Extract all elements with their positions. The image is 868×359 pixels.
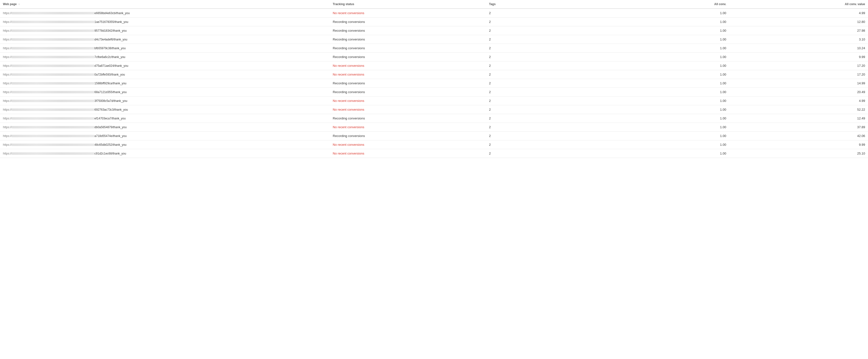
url-prefix-5: https:// bbox=[3, 55, 12, 59]
tags-cell-8: 2 bbox=[486, 79, 590, 88]
all-conv-cell-8: 1.00 bbox=[590, 79, 729, 88]
col-header-allconvval-label: All conv. value bbox=[845, 2, 865, 6]
url-cell-14: https://a718d55474e/thank_you bbox=[0, 132, 330, 140]
tags-cell-6: 2 bbox=[486, 61, 590, 70]
all-conv-cell-9: 1.00 bbox=[590, 88, 729, 96]
all-conv-cell-11: 1.00 bbox=[590, 105, 729, 114]
url-blurred-15 bbox=[12, 143, 94, 146]
url-suffix-13: db0a5654879/thank_you bbox=[94, 126, 127, 129]
all-conv-value-cell-2: 27.98 bbox=[729, 26, 868, 35]
url-blurred-6 bbox=[12, 64, 94, 67]
all-conv-cell-14: 1.00 bbox=[590, 132, 729, 140]
all-conv-value-cell-13: 37.89 bbox=[729, 123, 868, 132]
tags-cell-9: 2 bbox=[486, 88, 590, 96]
all-conv-cell-7: 1.00 bbox=[590, 70, 729, 79]
tracking-status-10: No recent conversions bbox=[333, 99, 364, 103]
url-suffix-16: c91d2c1ec68/thank_you bbox=[94, 152, 126, 155]
url-blurred-5 bbox=[12, 56, 94, 58]
url-cell-11: https://692763ac73c3/thank_you bbox=[0, 105, 330, 114]
url-suffix-12: ef14703eca7/thank_you bbox=[94, 117, 126, 120]
tracking-status-8: Recording conversions bbox=[333, 81, 365, 85]
tracking-status-cell-1: Recording conversions bbox=[330, 18, 486, 26]
tracking-status-cell-12: Recording conversions bbox=[330, 114, 486, 123]
tags-cell-16: 2 bbox=[486, 149, 590, 158]
url-cell-inner-7: https://0a72bffe593/thank_you bbox=[3, 73, 327, 76]
tags-cell-0: 2 bbox=[486, 8, 590, 18]
url-prefix-16: https:// bbox=[3, 152, 12, 155]
tracking-status-6: No recent conversions bbox=[333, 64, 364, 67]
url-prefix-10: https:// bbox=[3, 99, 12, 103]
url-cell-inner-3: https://d4c73e4adef6/thank_you bbox=[3, 38, 327, 41]
url-cell-inner-15: https://48c65db0252/thank_you bbox=[3, 143, 327, 146]
all-conv-cell-5: 1.00 bbox=[590, 53, 729, 61]
all-conv-value-cell-1: 12.80 bbox=[729, 18, 868, 26]
table-row: https://db0a5654879/thank_youNo recent c… bbox=[0, 123, 868, 132]
url-cell-inner-0: https://e6658bd4e63cb/thank_you bbox=[3, 11, 327, 15]
tracking-status-cell-2: Recording conversions bbox=[330, 26, 486, 35]
col-header-tags[interactable]: Tags bbox=[486, 0, 590, 8]
url-blurred-7 bbox=[12, 73, 94, 76]
url-cell-10: https://3f75008c5a7d/thank_you bbox=[0, 96, 330, 105]
tracking-status-cell-15: No recent conversions bbox=[330, 140, 486, 149]
url-cell-2: https://95778d18342/thank_you bbox=[0, 26, 330, 35]
tags-cell-12: 2 bbox=[486, 114, 590, 123]
url-blurred-0 bbox=[12, 12, 94, 15]
sort-icon-webpage: ↑ bbox=[19, 3, 20, 6]
all-conv-value-cell-10: 4.99 bbox=[729, 96, 868, 105]
tracking-status-cell-0: No recent conversions bbox=[330, 8, 486, 18]
url-cell-0: https://e6658bd4e63cb/thank_you bbox=[0, 8, 330, 18]
url-suffix-3: d4c73e4adef6/thank_you bbox=[94, 38, 127, 41]
url-cell-13: https://db0a5654879/thank_you bbox=[0, 123, 330, 132]
url-cell-inner-8: https://1588bff929ca/thank_you bbox=[3, 82, 327, 85]
url-blurred-16 bbox=[12, 152, 94, 155]
all-conv-cell-4: 1.00 bbox=[590, 44, 729, 53]
url-cell-9: https://68a7121d355/thank_you bbox=[0, 88, 330, 96]
tracking-status-5: Recording conversions bbox=[333, 55, 365, 59]
tracking-status-cell-4: Recording conversions bbox=[330, 44, 486, 53]
all-conv-value-cell-0: 4.99 bbox=[729, 8, 868, 18]
url-prefix-8: https:// bbox=[3, 82, 12, 85]
url-cell-4: https://bfb55979c38/thank_you bbox=[0, 44, 330, 53]
url-cell-7: https://0a72bffe593/thank_you bbox=[0, 70, 330, 79]
table-row: https://d75a871ae024/thank_youNo recent … bbox=[0, 61, 868, 70]
url-cell-inner-11: https://692763ac73c3/thank_you bbox=[3, 108, 327, 111]
all-conv-cell-3: 1.00 bbox=[590, 35, 729, 44]
tags-cell-10: 2 bbox=[486, 96, 590, 105]
col-header-allconv[interactable]: All conv. bbox=[590, 0, 729, 8]
conversions-table-container: Web page ↑ Tracking status Tags All conv… bbox=[0, 0, 868, 158]
all-conv-cell-6: 1.00 bbox=[590, 61, 729, 70]
all-conv-value-cell-16: 25.10 bbox=[729, 149, 868, 158]
all-conv-cell-13: 1.00 bbox=[590, 123, 729, 132]
url-blurred-8 bbox=[12, 82, 94, 85]
table-row: https://95778d18342/thank_youRecording c… bbox=[0, 26, 868, 35]
all-conv-value-cell-4: 10.24 bbox=[729, 44, 868, 53]
tracking-status-cell-7: No recent conversions bbox=[330, 70, 486, 79]
col-header-webpage[interactable]: Web page ↑ bbox=[0, 0, 330, 8]
tracking-status-cell-8: Recording conversions bbox=[330, 79, 486, 88]
col-header-tracking-label: Tracking status bbox=[333, 2, 354, 6]
tracking-status-cell-6: No recent conversions bbox=[330, 61, 486, 70]
tracking-status-7: No recent conversions bbox=[333, 73, 364, 76]
tracking-status-11: No recent conversions bbox=[333, 108, 364, 111]
url-cell-inner-9: https://68a7121d355/thank_you bbox=[3, 90, 327, 94]
url-cell-inner-5: https://7cfbe6a6c2c/thank_you bbox=[3, 55, 327, 59]
url-cell-inner-6: https://d75a871ae024/thank_you bbox=[3, 64, 327, 67]
url-cell-12: https://ef14703eca7/thank_you bbox=[0, 114, 330, 123]
all-conv-cell-10: 1.00 bbox=[590, 96, 729, 105]
col-header-allconvval[interactable]: All conv. value bbox=[729, 0, 868, 8]
url-prefix-13: https:// bbox=[3, 126, 12, 129]
all-conv-value-cell-15: 9.99 bbox=[729, 140, 868, 149]
tracking-status-cell-13: No recent conversions bbox=[330, 123, 486, 132]
table-row: https://68a7121d355/thank_youRecording c… bbox=[0, 88, 868, 96]
all-conv-value-cell-8: 14.99 bbox=[729, 79, 868, 88]
col-header-tracking[interactable]: Tracking status bbox=[330, 0, 486, 8]
url-blurred-13 bbox=[12, 126, 94, 129]
url-cell-8: https://1588bff929ca/thank_you bbox=[0, 79, 330, 88]
col-header-webpage-label: Web page bbox=[3, 2, 17, 6]
tracking-status-cell-10: No recent conversions bbox=[330, 96, 486, 105]
url-blurred-4 bbox=[12, 47, 94, 50]
table-body: https://e6658bd4e63cb/thank_youNo recent… bbox=[0, 8, 868, 158]
tracking-status-cell-14: Recording conversions bbox=[330, 132, 486, 140]
url-prefix-3: https:// bbox=[3, 38, 12, 41]
url-suffix-15: 48c65db0252/thank_you bbox=[94, 143, 126, 146]
